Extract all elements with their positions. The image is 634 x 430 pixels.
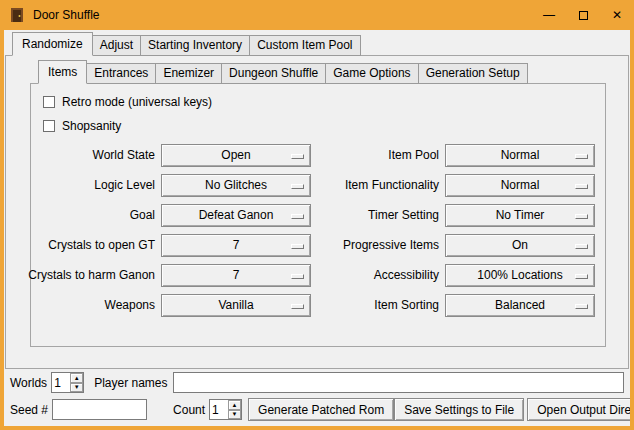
- dropdown-indicator-icon: [291, 184, 304, 189]
- randomize-pane: Items Entrances Enemizer Dungeon Shuffle…: [5, 55, 629, 369]
- close-icon: ✕: [612, 8, 622, 22]
- crystals-ganon-dropdown[interactable]: 7: [161, 264, 311, 287]
- spin-down-icon: ▼: [232, 411, 238, 417]
- save-settings-button[interactable]: Save Settings to File: [394, 398, 524, 421]
- item-pool-dropdown[interactable]: Normal: [445, 144, 595, 167]
- worlds-spin-arrows: ▲ ▼: [70, 373, 83, 392]
- timer-setting-dropdown[interactable]: No Timer: [445, 204, 595, 227]
- timer-setting-label: Timer Setting: [311, 200, 445, 230]
- spin-down-button[interactable]: ▼: [70, 383, 83, 393]
- tab-starting-inventory[interactable]: Starting Inventory: [140, 35, 250, 56]
- checkbox-icon: [43, 96, 55, 108]
- world-state-dropdown[interactable]: Open: [161, 144, 311, 167]
- item-sorting-label: Item Sorting: [311, 290, 445, 320]
- crystals-ganon-value: 7: [233, 268, 240, 282]
- crystals-gt-label: Crystals to open GT: [41, 230, 161, 260]
- tab-randomize[interactable]: Randomize: [12, 32, 93, 56]
- dropdown-indicator-icon: [291, 244, 304, 249]
- weapons-label: Weapons: [41, 290, 161, 320]
- seed-row: Seed # Count ▲ ▼ Generate Patched Rom Sa…: [10, 398, 624, 421]
- tab-game-options[interactable]: Game Options: [325, 63, 418, 84]
- accessibility-label: Accessibility: [311, 260, 445, 290]
- tab-adjust[interactable]: Adjust: [92, 35, 141, 56]
- count-input[interactable]: [210, 400, 228, 419]
- shopsanity-label: Shopsanity: [62, 119, 121, 133]
- window-controls: — ✕: [532, 0, 634, 30]
- tab-custom-item-pool[interactable]: Custom Item Pool: [249, 35, 360, 56]
- generate-rom-button[interactable]: Generate Patched Rom: [248, 398, 394, 421]
- goal-value: Defeat Ganon: [199, 208, 274, 222]
- maximize-icon: [579, 11, 588, 20]
- main-tab-bar: Randomize Adjust Starting Inventory Cust…: [12, 32, 630, 56]
- weapons-dropdown[interactable]: Vanilla: [161, 294, 311, 317]
- spin-down-icon: ▼: [74, 384, 80, 390]
- crystals-gt-value: 7: [233, 238, 240, 252]
- dropdown-indicator-icon: [575, 304, 588, 309]
- dropdown-indicator-icon: [291, 154, 304, 159]
- tab-dungeon-shuffle[interactable]: Dungeon Shuffle: [221, 63, 326, 84]
- progressive-items-value: On: [512, 238, 528, 252]
- retro-mode-label: Retro mode (universal keys): [62, 95, 212, 109]
- weapons-value: Vanilla: [218, 298, 253, 312]
- spin-up-icon: ▲: [74, 375, 80, 381]
- item-sorting-dropdown[interactable]: Balanced: [445, 294, 595, 317]
- item-functionality-label: Item Functionality: [311, 170, 445, 200]
- close-button[interactable]: ✕: [600, 0, 634, 30]
- retro-mode-checkbox[interactable]: Retro mode (universal keys): [41, 90, 595, 114]
- seed-label: Seed #: [10, 403, 48, 417]
- accessibility-dropdown[interactable]: 100% Locations: [445, 264, 595, 287]
- seed-input[interactable]: [52, 399, 147, 420]
- app-icon[interactable]: [9, 7, 25, 23]
- dropdown-indicator-icon: [575, 184, 588, 189]
- player-names-label: Player names: [94, 376, 167, 390]
- maximize-button[interactable]: [566, 0, 600, 30]
- dropdown-indicator-icon: [575, 154, 588, 159]
- dropdown-indicator-icon: [291, 304, 304, 309]
- player-names-input[interactable]: [173, 372, 625, 393]
- item-functionality-value: Normal: [501, 178, 540, 192]
- worlds-spinbox: ▲ ▼: [51, 372, 84, 393]
- worlds-row: Worlds ▲ ▼ Player names: [10, 371, 624, 394]
- dropdown-indicator-icon: [291, 214, 304, 219]
- worlds-label: Worlds: [10, 376, 47, 390]
- spin-up-button[interactable]: ▲: [228, 400, 241, 410]
- worlds-input[interactable]: [52, 373, 70, 392]
- tab-entrances[interactable]: Entrances: [86, 63, 156, 84]
- minimize-button[interactable]: —: [532, 0, 566, 30]
- open-output-button[interactable]: Open Output Directory: [527, 398, 630, 421]
- crystals-gt-dropdown[interactable]: 7: [161, 234, 311, 257]
- minimize-icon: —: [543, 8, 555, 22]
- spin-down-button[interactable]: ▼: [228, 410, 241, 420]
- crystals-ganon-label: Crystals to harm Ganon: [41, 260, 161, 290]
- tab-items[interactable]: Items: [38, 60, 87, 84]
- titlebar[interactable]: Door Shuffle — ✕: [0, 0, 634, 30]
- dropdown-indicator-icon: [575, 244, 588, 249]
- world-state-value: Open: [221, 148, 250, 162]
- count-label: Count: [173, 403, 205, 417]
- item-pool-value: Normal: [501, 148, 540, 162]
- count-spin-arrows: ▲ ▼: [228, 400, 241, 419]
- logic-level-label: Logic Level: [41, 170, 161, 200]
- tab-generation-setup[interactable]: Generation Setup: [418, 63, 528, 84]
- dropdown-indicator-icon: [575, 214, 588, 219]
- window-title: Door Shuffle: [33, 8, 100, 22]
- app-window: Door Shuffle — ✕ Randomize Adjust Starti…: [0, 0, 634, 430]
- item-functionality-dropdown[interactable]: Normal: [445, 174, 595, 197]
- progressive-items-dropdown[interactable]: On: [445, 234, 595, 257]
- accessibility-value: 100% Locations: [477, 268, 562, 282]
- settings-grid: World State Open Item Pool Normal Logic …: [41, 140, 595, 320]
- dropdown-indicator-icon: [291, 274, 304, 279]
- checkbox-icon: [43, 120, 55, 132]
- item-pool-label: Item Pool: [311, 140, 445, 170]
- goal-dropdown[interactable]: Defeat Ganon: [161, 204, 311, 227]
- spin-up-button[interactable]: ▲: [70, 373, 83, 383]
- tab-enemizer[interactable]: Enemizer: [155, 63, 222, 84]
- logic-level-dropdown[interactable]: No Glitches: [161, 174, 311, 197]
- logic-level-value: No Glitches: [205, 178, 267, 192]
- goal-label: Goal: [41, 200, 161, 230]
- dropdown-indicator-icon: [575, 274, 588, 279]
- item-sorting-value: Balanced: [495, 298, 545, 312]
- progressive-items-label: Progressive Items: [311, 230, 445, 260]
- shopsanity-checkbox[interactable]: Shopsanity: [41, 114, 595, 138]
- count-spinbox: ▲ ▼: [209, 399, 242, 420]
